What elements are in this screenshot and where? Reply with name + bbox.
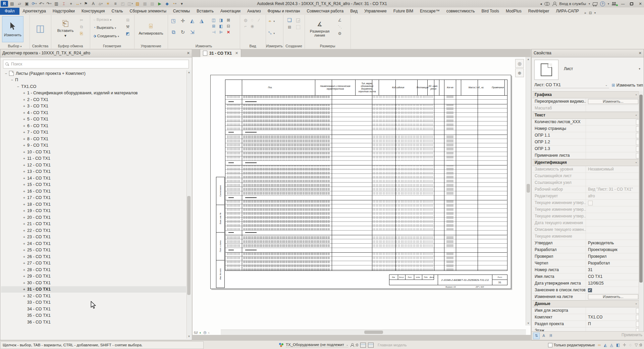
temporary-hide-isolate-icon[interactable]: ◐ [200, 331, 202, 335]
tree-item[interactable]: TX1.CO [1, 83, 186, 90]
panel-label-properties[interactable]: Свойства [30, 44, 51, 48]
property-row[interactable]: Текущее изменение утвер... « [532, 200, 639, 206]
tree-item[interactable]: 28 - СО TX1 [1, 266, 186, 273]
borrow-element-icon[interactable]: ◬ [610, 343, 613, 347]
tree-item[interactable]: 2 - СО TX1 [1, 96, 186, 103]
canvas-hscroll-thumb[interactable] [364, 331, 383, 334]
panel-label-create[interactable]: Создание [283, 44, 305, 48]
ribbon-tab[interactable]: совместимость [443, 8, 478, 15]
default-3d-view-icon[interactable]: ⌂ [97, 1, 104, 7]
mirror-icon[interactable]: ◭ [189, 18, 195, 23]
linework-icon[interactable]: ∕ [256, 17, 262, 23]
create-group-icon[interactable]: ❏ [286, 17, 292, 23]
tree-item[interactable]: 5 - СО TX1 [1, 116, 186, 123]
tree-expand-icon[interactable] [22, 150, 26, 154]
property-row[interactable]: Описание текущего измен... « [532, 227, 639, 233]
tree-item[interactable]: 21 - СО TX1 [1, 221, 186, 228]
canvas-scroll-down-icon[interactable]: ▼ [526, 321, 531, 326]
property-row[interactable]: Ссылающийся лист « [532, 173, 639, 180]
wall-joins-icon[interactable]: ⊞ [125, 17, 131, 23]
help-dropdown-icon[interactable]: ▾ [608, 2, 609, 5]
tree-item[interactable]: 19 - СО TX1 [1, 208, 186, 214]
tree-expand-icon[interactable] [22, 143, 26, 147]
tree-item[interactable]: 1 - Спецификация оборудования, изделий и… [1, 90, 186, 97]
ribbon-tab[interactable]: Конструкция [78, 8, 108, 15]
property-row[interactable]: Этаж « [532, 328, 639, 331]
property-row[interactable]: Рабочий набор Вид "Лист: 31 - СО TX1" « [532, 186, 639, 193]
section-collapse-icon[interactable]: « [636, 112, 637, 118]
tree-item[interactable]: 23 - СО TX1 [1, 234, 186, 241]
property-row[interactable]: Примечание листа « [532, 152, 639, 159]
deselect-icon[interactable]: ◌ [629, 343, 632, 347]
minimize-button[interactable]: — [620, 1, 626, 6]
tree-item[interactable]: 14 - СО TX1 [1, 175, 186, 182]
dimension-icon[interactable]: ↔ [75, 1, 82, 7]
browser-search-input[interactable]: Поиск [3, 60, 189, 68]
tree-item[interactable]: Листы (Раздел проекта + Комплект) [1, 70, 186, 77]
tree-expand-icon[interactable] [22, 91, 26, 95]
tree-item[interactable]: 36 - СО TX1 [1, 319, 186, 326]
tree-expand-icon[interactable] [16, 85, 20, 89]
apply-button[interactable]: Применить [622, 333, 642, 337]
property-row[interactable]: Текст « [532, 112, 639, 119]
tree-item[interactable]: 18 - СО TX1 [1, 201, 186, 208]
property-row[interactable]: Текущее изменение утвер... « [532, 213, 639, 220]
canvas-vscrollbar[interactable]: ▲ ▼ [526, 57, 531, 326]
property-row[interactable]: Номер страницы « [532, 126, 639, 132]
render-icon[interactable]: ☀ [105, 1, 111, 7]
panel-label-measure[interactable]: Измерить [266, 44, 283, 48]
tree-expand-icon[interactable] [22, 98, 26, 102]
panel-label-modify[interactable]: Изменить [168, 44, 240, 48]
tree-expand-icon[interactable] [22, 268, 26, 272]
tree-item[interactable]: 4 - СО TX1 [1, 109, 186, 116]
scale-icon[interactable]: ◧ [218, 23, 224, 29]
tree-expand-icon[interactable] [22, 235, 26, 239]
ribbon-tab[interactable]: Сборные элементы [126, 8, 170, 15]
save-icon[interactable]: ▣ [23, 1, 30, 7]
tree-expand-icon[interactable] [22, 294, 26, 298]
canvas-scroll-up-icon[interactable]: ▲ [526, 57, 531, 61]
tree-item[interactable]: П [1, 77, 186, 84]
section-collapse-icon[interactable]: « [636, 159, 637, 166]
sort-ascending-icon[interactable]: А [541, 333, 547, 339]
property-row[interactable]: Редактирует afro « [532, 193, 639, 200]
type-combo[interactable]: Лист: СО TX1 ⌄ [533, 83, 609, 88]
text-icon[interactable]: A [90, 1, 97, 7]
property-row[interactable]: Комплект TX1.CO « [532, 314, 639, 321]
scale-indicator-icon[interactable]: 6∂ [194, 331, 198, 335]
panel-label-controls[interactable]: Управление [134, 44, 168, 48]
tree-expand-icon[interactable] [22, 156, 26, 160]
tree-expand-icon[interactable] [22, 242, 26, 246]
browser-scrollbar[interactable]: ▲ ▼ [186, 70, 191, 339]
restore-button[interactable] [629, 1, 635, 6]
view-grid-icon[interactable]: ◫ [127, 1, 133, 7]
tree-expand-icon[interactable] [10, 78, 14, 82]
tree-expand-icon[interactable] [22, 229, 26, 233]
tree-item[interactable]: 6 - СО TX1 [1, 122, 186, 129]
editable-only-checkbox[interactable]: Только редактируемые [548, 343, 595, 347]
property-row[interactable]: ОПР 1.1 « [532, 132, 639, 139]
ribbon-tab[interactable]: Аннотации [217, 8, 244, 15]
create-similar-icon[interactable]: ⧈ [286, 24, 292, 30]
ribbon-tab[interactable]: ModPlus [502, 8, 525, 15]
tree-item[interactable]: 31 - СО TX1 [1, 286, 186, 293]
panel-label-select[interactable]: Выбор ▾ [0, 44, 30, 48]
tree-expand-icon[interactable] [22, 163, 26, 167]
project-browser-close-icon[interactable]: ✕ [187, 49, 190, 57]
ribbon-tab[interactable]: Совместная работа [303, 8, 347, 15]
tree-item[interactable]: 24 - СО TX1 [1, 240, 186, 247]
schedule-icon[interactable]: ▦ [142, 1, 148, 7]
tree-item[interactable]: 27 - СО TX1 [1, 260, 186, 267]
tree-item[interactable]: 10 - СО TX1 [1, 149, 186, 155]
dimension-settings-icon[interactable]: ⚙ [337, 31, 343, 36]
sort-default-icon[interactable]: ⇅ [533, 333, 540, 339]
section-icon[interactable]: ⌖ [68, 1, 74, 7]
tree-item[interactable]: 34 - СО TX1 [1, 306, 186, 312]
join-geometry-button[interactable]: ⬗Соединить▾ [93, 34, 119, 38]
filter-icon[interactable]: ▽ [635, 343, 638, 347]
offset-icon[interactable]: ◨ [218, 17, 224, 23]
active-view-tab[interactable]: 31 - СО TX1 ✕ [200, 49, 241, 57]
split-icon[interactable]: ⊫ [218, 30, 224, 35]
type-selector[interactable]: Лист ▾ [533, 59, 642, 80]
ribbon-tab[interactable]: RevitHelper [525, 8, 553, 15]
